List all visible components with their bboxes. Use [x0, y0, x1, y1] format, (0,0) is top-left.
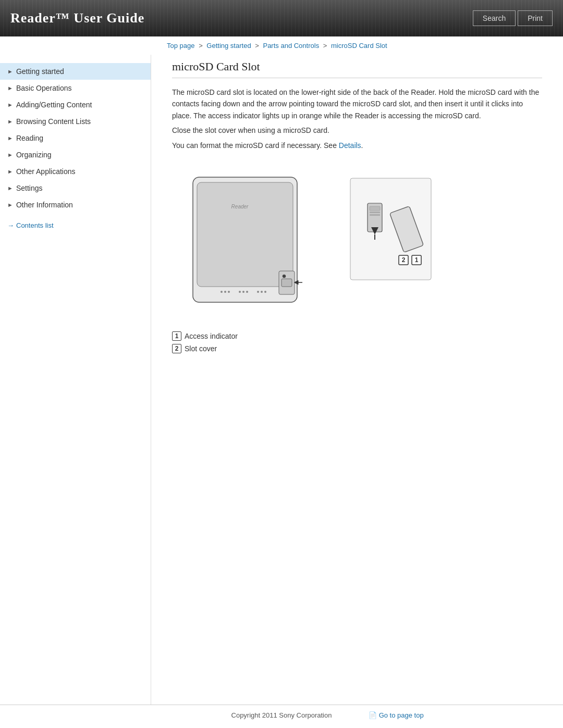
- description-1: The microSD card slot is located on the …: [172, 87, 542, 121]
- sidebar-arrow-icon: ►: [7, 152, 13, 158]
- diagram-area: Reader: [172, 162, 542, 323]
- svg-point-5: [228, 291, 230, 293]
- breadcrumb-current: microSD Card Slot: [331, 42, 387, 50]
- contents-list-label: Contents list: [16, 221, 54, 229]
- main-layout: ►Getting started►Basic Operations►Adding…: [0, 55, 563, 705]
- search-button[interactable]: Search: [473, 10, 516, 26]
- print-button[interactable]: Print: [518, 10, 553, 26]
- sidebar-arrow-icon: ►: [7, 135, 13, 141]
- breadcrumb-parts-and-controls[interactable]: Parts and Controls: [263, 42, 319, 50]
- label-2-row: 2 Slot cover: [172, 344, 542, 353]
- sidebar-item-settings[interactable]: ►Settings: [0, 180, 151, 196]
- breadcrumb-getting-started[interactable]: Getting started: [206, 42, 251, 50]
- label-1-number: 1: [172, 331, 181, 341]
- breadcrumb-top-page[interactable]: Top page: [167, 42, 195, 50]
- sidebar-arrow-icon: ►: [7, 202, 13, 208]
- svg-rect-13: [282, 279, 292, 287]
- sidebar-item-label: Basic Operations: [16, 84, 72, 92]
- svg-point-14: [283, 275, 286, 278]
- sidebar-item-organizing[interactable]: ►Organizing: [0, 146, 151, 163]
- sidebar-item-other-information[interactable]: ►Other Information: [0, 196, 151, 213]
- label-1-text: Access indicator: [185, 332, 238, 340]
- go-to-top-link[interactable]: 📄 Go to page top: [369, 711, 542, 719]
- label-1-row: 1 Access indicator: [172, 331, 542, 341]
- svg-point-6: [239, 291, 241, 293]
- sidebar-item-label: Settings: [16, 184, 43, 192]
- sidebar-item-other-applications[interactable]: ►Other Applications: [0, 163, 151, 180]
- sidebar-item-label: Getting started: [16, 67, 64, 76]
- description-3-prefix: You can format the microSD card if neces…: [172, 141, 339, 150]
- sidebar-arrow-icon: ►: [7, 68, 13, 75]
- sidebar-arrow-icon: ►: [7, 118, 13, 125]
- sidebar-item-adding-getting-content[interactable]: ►Adding/Getting Content: [0, 96, 151, 113]
- header-actions: Search Print: [473, 10, 553, 26]
- svg-point-3: [221, 291, 223, 293]
- page-footer: Copyright 2011 Sony Corporation 📄 Go to …: [0, 705, 563, 725]
- contents-list-link[interactable]: → Contents list: [7, 221, 143, 229]
- main-content: microSD Card Slot The microSD card slot …: [151, 55, 563, 705]
- description-3: You can format the microSD card if neces…: [172, 140, 542, 151]
- svg-point-8: [246, 291, 248, 293]
- go-to-top-icon: 📄: [369, 711, 377, 719]
- sidebar-arrow-icon: ►: [7, 185, 13, 191]
- sidebar-item-label: Other Information: [16, 201, 73, 209]
- sidebar-item-label: Reading: [16, 134, 43, 142]
- svg-point-4: [224, 291, 226, 293]
- svg-text:Reader: Reader: [231, 204, 249, 209]
- sidebar-item-label: Browsing Content Lists: [16, 117, 91, 126]
- svg-text:2: 2: [402, 256, 406, 264]
- sidebar-item-basic-operations[interactable]: ►Basic Operations: [0, 80, 151, 96]
- sidebar-arrow-icon: ►: [7, 102, 13, 108]
- sidebar-item-reading[interactable]: ►Reading: [0, 130, 151, 146]
- sidebar-item-label: Organizing: [16, 151, 52, 159]
- description-2: Close the slot cover when using a microS…: [172, 125, 542, 136]
- svg-rect-21: [370, 214, 380, 216]
- page-title: microSD Card Slot: [172, 60, 542, 78]
- sidebar-item-browsing-content-lists[interactable]: ►Browsing Content Lists: [0, 113, 151, 130]
- go-to-top-label: Go to page top: [379, 711, 424, 719]
- details-link[interactable]: Details: [339, 141, 361, 150]
- sidebar: ►Getting started►Basic Operations►Adding…: [0, 55, 151, 705]
- sidebar-item-label: Other Applications: [16, 167, 76, 176]
- arrow-right-icon: →: [7, 221, 14, 229]
- svg-rect-19: [370, 206, 380, 211]
- slot-closeup-illustration: 2 1: [349, 177, 433, 281]
- svg-point-7: [242, 291, 244, 293]
- svg-rect-1: [197, 182, 293, 287]
- breadcrumb: Top page > Getting started > Parts and C…: [0, 36, 563, 55]
- sidebar-item-getting-started[interactable]: ►Getting started: [0, 63, 151, 80]
- sidebar-item-label: Adding/Getting Content: [16, 101, 92, 109]
- svg-text:1: 1: [415, 256, 419, 264]
- svg-rect-20: [370, 212, 380, 213]
- svg-point-11: [264, 291, 266, 293]
- copyright-text: Copyright 2011 Sony Corporation: [194, 711, 368, 719]
- label-2-number: 2: [172, 344, 181, 353]
- sidebar-arrow-icon: ►: [7, 85, 13, 91]
- label-2-text: Slot cover: [185, 344, 217, 353]
- sidebar-arrow-icon: ►: [7, 168, 13, 175]
- page-header: Reader™ User Guide Search Print: [0, 0, 563, 36]
- device-illustration: Reader: [172, 162, 349, 323]
- svg-point-10: [261, 291, 263, 293]
- svg-point-9: [257, 291, 259, 293]
- app-title: Reader™ User Guide: [10, 10, 144, 26]
- description-3-suffix: .: [361, 141, 363, 150]
